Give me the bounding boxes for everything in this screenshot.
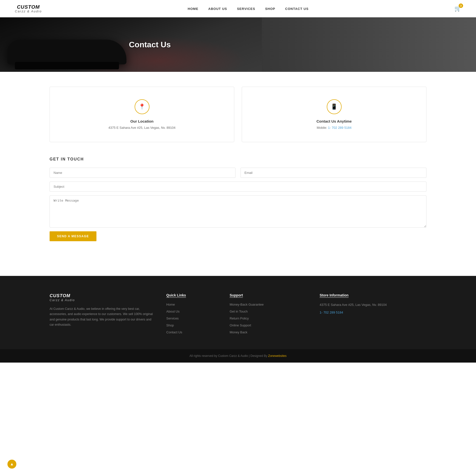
footer-brand-col: CUSTOM Carzz & Audio At Custom Carzz & A… <box>50 293 156 337</box>
name-input[interactable] <box>50 168 236 178</box>
footer-quick-links-col: Quick Links Home About Us Services Shop … <box>166 293 220 337</box>
contact-cards: 📍 Our Location 4375 E Sahara Ave #25, La… <box>50 87 426 142</box>
footer-support-title: Support <box>230 293 310 297</box>
footer-support-getintouch[interactable]: Get in Touch <box>230 310 248 313</box>
list-item: Online Support <box>230 323 310 327</box>
contact-form-section: GET IN TOUCH SEND A MESSAGE <box>50 157 426 241</box>
location-card-text: 4375 E Sahara Ave #25, Las Vegas, Nv. 89… <box>57 126 227 130</box>
footer-store-address: 4375 E Sahara Ave #25, Las Vegas, Nv. 89… <box>320 302 426 308</box>
phone-icon: 📱 <box>327 99 342 114</box>
logo[interactable]: CUSTOM Carzz & Audio <box>15 4 42 13</box>
footer-copyright-text: All rights reserved by Custom Carzz & Au… <box>189 354 268 358</box>
footer-support-list: Money-Back Guarantee Get in Touch Return… <box>230 302 310 334</box>
email-input[interactable] <box>240 168 426 178</box>
footer-quick-links-list: Home About Us Services Shop Contact Us <box>166 302 220 334</box>
footer-support-online[interactable]: Online Support <box>230 323 251 327</box>
message-textarea[interactable] <box>50 195 426 228</box>
footer-link-contact[interactable]: Contact Us <box>166 330 182 334</box>
phone-link[interactable]: 1- 702 289 5184 <box>328 126 352 130</box>
footer-support-return[interactable]: Return Policy <box>230 317 249 320</box>
logo-text-line2: Carzz & Audio <box>15 10 42 13</box>
hero-title: Contact Us <box>129 40 171 49</box>
list-item: Return Policy <box>230 316 310 320</box>
list-item: Contact Us <box>166 330 220 334</box>
footer-store-col: Store Information 4375 E Sahara Ave #25,… <box>320 293 426 337</box>
hero-banner: Contact Us <box>0 17 476 72</box>
footer-support-moneyback[interactable]: Money Back <box>230 330 247 334</box>
subject-input[interactable] <box>50 182 426 192</box>
footer-support-moneyback-guarantee[interactable]: Money-Back Guarantee <box>230 303 264 306</box>
nav-home[interactable]: HOME <box>188 7 198 11</box>
footer-logo: CUSTOM Carzz & Audio <box>50 293 156 302</box>
footer-link-about[interactable]: About Us <box>166 310 179 313</box>
location-icon: 📍 <box>135 99 149 114</box>
nav-about[interactable]: ABOUT US <box>208 7 227 11</box>
list-item: Get in Touch <box>230 309 310 314</box>
location-card-title: Our Location <box>57 119 227 123</box>
list-item: Home <box>166 302 220 307</box>
navbar: CUSTOM Carzz & Audio HOME ABOUT US SERVI… <box>0 0 476 17</box>
footer-store-title: Store Information <box>320 293 426 297</box>
list-item: About Us <box>166 309 220 314</box>
footer-designer-link[interactable]: Zonewebsites <box>268 354 287 358</box>
form-row-name-email <box>50 168 426 178</box>
list-item: Money Back <box>230 330 310 334</box>
footer-link-home[interactable]: Home <box>166 303 175 306</box>
list-item: Money-Back Guarantee <box>230 302 310 307</box>
send-button[interactable]: SEND A MESSAGE <box>50 231 96 241</box>
mobile-label: Mobile: <box>317 126 327 130</box>
footer-bottom: All rights reserved by Custom Carzz & Au… <box>0 349 476 363</box>
nav-contact[interactable]: CONTACT US <box>285 7 308 11</box>
nav-links: HOME ABOUT US SERVICES SHOP CONTACT US <box>188 7 309 11</box>
location-card: 📍 Our Location 4375 E Sahara Ave #25, La… <box>50 87 234 142</box>
footer-grid: CUSTOM Carzz & Audio At Custom Carzz & A… <box>50 293 426 349</box>
phone-card-text: Mobile: 1- 702 289 5184 <box>249 126 419 130</box>
footer-logo-line1: CUSTOM <box>50 293 156 298</box>
list-item: Services <box>166 316 220 320</box>
form-row-message <box>50 195 426 228</box>
main-content: 📍 Our Location 4375 E Sahara Ave #25, La… <box>0 72 476 256</box>
form-section-title: GET IN TOUCH <box>50 157 426 161</box>
nav-services[interactable]: SERVICES <box>237 7 255 11</box>
cart-badge: 3 <box>459 3 463 8</box>
phone-card: 📱 Contact Us Anytime Mobile: 1- 702 289 … <box>242 87 426 142</box>
footer-store-phone[interactable]: 1- 702 289 5184 <box>320 311 343 314</box>
footer-quick-links-title: Quick Links <box>166 293 220 297</box>
phone-card-title: Contact Us Anytime <box>249 119 419 123</box>
nav-shop[interactable]: SHOP <box>265 7 275 11</box>
contact-form: SEND A MESSAGE <box>50 168 426 241</box>
cart-button[interactable]: 🛒 3 <box>454 5 461 12</box>
footer-link-shop[interactable]: Shop <box>166 323 174 327</box>
footer: CUSTOM Carzz & Audio At Custom Carzz & A… <box>0 276 476 349</box>
logo-text-line1: CUSTOM <box>15 4 42 10</box>
form-row-subject <box>50 182 426 192</box>
footer-support-col: Support Money-Back Guarantee Get in Touc… <box>230 293 310 337</box>
list-item: Shop <box>166 323 220 327</box>
footer-logo-line2: Carzz & Audio <box>50 298 156 302</box>
footer-link-services[interactable]: Services <box>166 317 179 320</box>
footer-description: At Custom Carzz & Audio, we believe in o… <box>50 306 156 327</box>
